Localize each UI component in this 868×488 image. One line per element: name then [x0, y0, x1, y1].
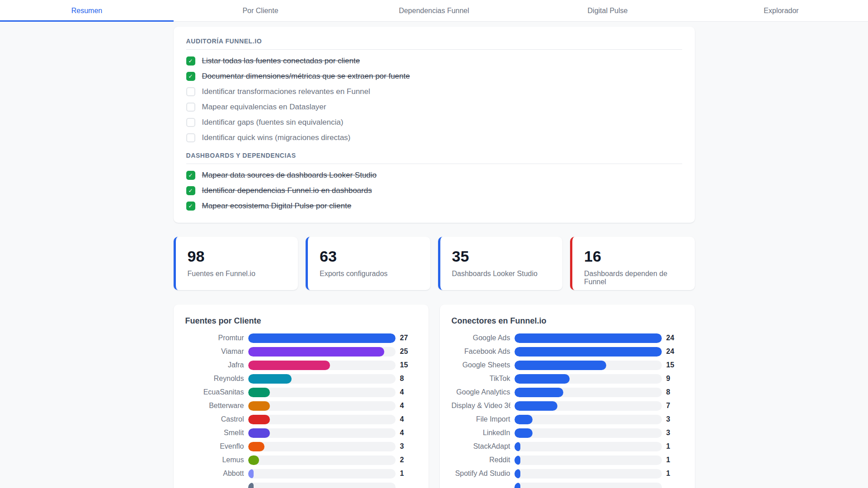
- checkbox-checked-icon[interactable]: ✓: [186, 56, 195, 66]
- checklist-item-mapear-equivalencias-en-dataslayer[interactable]: Mapear equivalencias en Dataslayer: [186, 99, 682, 115]
- bar-value: 4: [400, 402, 417, 410]
- bar-label: Betterware: [185, 402, 244, 410]
- checklist-item-identificar-transformaciones-relevantes-en-funnel[interactable]: Identificar transformaciones relevantes …: [186, 84, 682, 99]
- tab-explorador[interactable]: Explorador: [694, 0, 868, 21]
- bar-fill: [248, 374, 292, 384]
- bar-value: 2: [400, 456, 417, 464]
- bar-row-google-ads: Google Ads24: [452, 331, 683, 345]
- bar-fill: [248, 415, 270, 424]
- bar-value: 3: [400, 442, 417, 450]
- bar-value: 7: [666, 402, 683, 410]
- bar-track: [248, 374, 396, 384]
- bar-row-linkedin: LinkedIn3: [452, 426, 683, 440]
- bar-row-row-12: [185, 480, 417, 488]
- bar-track: [514, 361, 662, 370]
- stat-card-dashboards-looker-studio: 35Dashboards Looker Studio: [438, 237, 563, 290]
- tab-dependencias-funnel[interactable]: Dependencias Funnel: [347, 0, 521, 21]
- bar-label: Jafra: [185, 361, 244, 369]
- stat-value: 35: [452, 247, 551, 265]
- checklist-item-mapear-ecosistema-digital-pulse-por-cliente[interactable]: ✓Mapear ecosistema Digital Pulse por cli…: [186, 198, 682, 214]
- bar-fill: [248, 469, 254, 479]
- chart-bars: Promtur27Viamar25Jafra15Reynolds8EcuaSan…: [185, 331, 417, 488]
- bar-row-tiktok: TikTok9: [452, 372, 683, 385]
- checkbox-unchecked-icon[interactable]: [186, 87, 195, 96]
- bar-value: 27: [400, 334, 417, 342]
- bar-label: Google Ads: [452, 334, 510, 342]
- checkbox-checked-icon[interactable]: ✓: [186, 202, 195, 211]
- chart-title: Fuentes por Cliente: [185, 316, 417, 326]
- bar-track: [248, 483, 396, 488]
- checkbox-unchecked-icon[interactable]: [186, 118, 195, 127]
- bar-fill: [248, 388, 270, 397]
- stat-value: 63: [320, 247, 419, 265]
- bar-fill: [248, 401, 270, 411]
- bar-value: 4: [400, 415, 417, 423]
- checklist-item-listar-todas-las-fuentes-conectadas-por-cliente[interactable]: ✓Listar todas las fuentes conectadas por…: [186, 53, 682, 69]
- tab-label: Explorador: [764, 7, 798, 15]
- bar-label: Lemus: [185, 456, 244, 464]
- section-title: DASHBOARDS Y DEPENDENCIAS: [186, 152, 682, 164]
- bar-row-reddit: Reddit1: [452, 453, 683, 467]
- bar-label: Evenflo: [185, 442, 244, 450]
- bar-label: Spotify Ad Studio: [452, 469, 510, 478]
- checklist-card: AUDITORÍA FUNNEL.IO✓Listar todas las fue…: [174, 27, 695, 223]
- checklist-item-documentar-dimensiones-metricas-que-se-extraen-por-fuente[interactable]: ✓Documentar dimensiones/métricas que se …: [186, 69, 682, 84]
- bar-label: File Import: [452, 415, 510, 423]
- stats-row: 98Fuentes en Funnel.io63Exports configur…: [174, 237, 695, 290]
- checklist-item-mapear-data-sources-de-dashboards-looker-studio[interactable]: ✓Mapear data sources de dashboards Looke…: [186, 168, 682, 183]
- bar-value: 1: [666, 469, 683, 478]
- bar-value: 1: [400, 469, 417, 478]
- tab-por-cliente[interactable]: Por Cliente: [174, 0, 347, 21]
- bar-fill: [514, 415, 533, 424]
- bar-value: 4: [400, 429, 417, 437]
- chart-title: Conectores en Funnel.io: [452, 316, 683, 326]
- bar-value: 8: [400, 375, 417, 383]
- checklist-item-identificar-gaps-fuentes-sin-equivalencia[interactable]: Identificar gaps (fuentes sin equivalenc…: [186, 115, 682, 130]
- charts-row: Fuentes por Cliente Promtur27Viamar25Jaf…: [174, 305, 695, 488]
- bar-fill: [514, 442, 521, 451]
- bar-row-file-import: File Import3: [452, 413, 683, 426]
- bar-track: [514, 469, 662, 479]
- bar-row-promtur: Promtur27: [185, 331, 417, 345]
- chart-bars: Google Ads24Facebook Ads24Google Sheets1…: [452, 331, 683, 488]
- checkbox-checked-icon[interactable]: ✓: [186, 186, 195, 195]
- stat-label: Fuentes en Funnel.io: [188, 270, 287, 278]
- bar-row-stackadapt: StackAdapt1: [452, 440, 683, 453]
- bar-row-betterware: Betterware4: [185, 399, 417, 413]
- bar-fill: [514, 428, 533, 438]
- bar-fill: [248, 333, 396, 343]
- bar-track: [514, 374, 662, 384]
- bar-label: Abbott: [185, 469, 244, 478]
- checkbox-checked-icon[interactable]: ✓: [186, 171, 195, 180]
- bar-row-google-sheets: Google Sheets15: [452, 358, 683, 372]
- bar-fill: [248, 428, 270, 438]
- checklist-item-identificar-quick-wins-migraciones-directas[interactable]: Identificar quick wins (migraciones dire…: [186, 130, 682, 145]
- bar-fill: [248, 455, 259, 465]
- bar-row-spotify-ad-studio: Spotify Ad Studio1: [452, 467, 683, 480]
- bar-fill: [514, 361, 607, 370]
- bar-track: [514, 333, 662, 343]
- bar-track: [514, 347, 662, 357]
- checklist-item-label: Mapear data sources de dashboards Looker…: [202, 171, 377, 180]
- bar-label: Reynolds: [185, 375, 244, 383]
- bar-fill: [514, 333, 662, 343]
- checkbox-checked-icon[interactable]: ✓: [186, 72, 195, 81]
- bar-track: [514, 442, 662, 451]
- bar-track: [248, 347, 396, 357]
- bar-label: StackAdapt: [452, 442, 510, 450]
- tab-digital-pulse[interactable]: Digital Pulse: [521, 0, 694, 21]
- checkbox-unchecked-icon[interactable]: [186, 103, 195, 112]
- stat-value: 16: [584, 247, 683, 265]
- bar-row-jafra: Jafra15: [185, 358, 417, 372]
- tab-bar: ResumenPor ClienteDependencias FunnelDig…: [0, 0, 868, 22]
- bar-label: Facebook Ads: [452, 347, 510, 356]
- stat-card-exports-configurados: 63Exports configurados: [306, 237, 430, 290]
- checklist-section-dashboards-y-dependencias: DASHBOARDS Y DEPENDENCIAS✓Mapear data so…: [186, 152, 682, 214]
- bar-value: 25: [400, 347, 417, 356]
- bar-track: [248, 388, 396, 397]
- checklist-item-identificar-dependencias-funnel-io-en-dashboards[interactable]: ✓Identificar dependencias Funnel.io en d…: [186, 183, 682, 198]
- tab-resumen[interactable]: Resumen: [0, 0, 174, 21]
- tab-label: Resumen: [71, 7, 102, 15]
- checkbox-unchecked-icon[interactable]: [186, 133, 195, 142]
- bar-row-evenflo: Evenflo3: [185, 440, 417, 453]
